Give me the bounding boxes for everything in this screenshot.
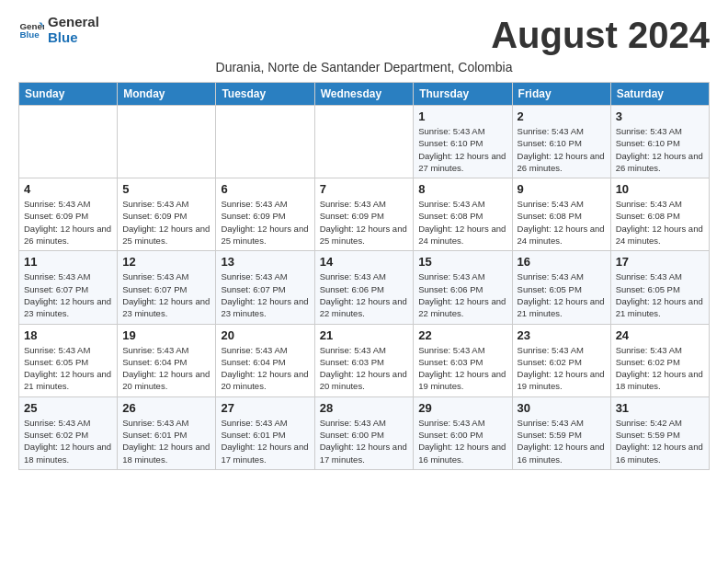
calendar-cell: 27Sunrise: 5:43 AM Sunset: 6:01 PM Dayli…: [216, 396, 314, 469]
day-number: 31: [616, 401, 704, 415]
day-info: Sunrise: 5:43 AM Sunset: 6:07 PM Dayligh…: [221, 270, 309, 319]
day-number: 10: [616, 182, 704, 196]
calendar-cell: 2Sunrise: 5:43 AM Sunset: 6:10 PM Daylig…: [512, 106, 610, 178]
day-number: 19: [122, 328, 210, 342]
logo-icon: General Blue: [18, 17, 44, 43]
day-info: Sunrise: 5:43 AM Sunset: 6:10 PM Dayligh…: [418, 125, 506, 174]
weekday-header-sunday: Sunday: [19, 83, 118, 106]
day-number: 20: [221, 328, 309, 342]
calendar-cell: 14Sunrise: 5:43 AM Sunset: 6:06 PM Dayli…: [314, 251, 414, 324]
day-info: Sunrise: 5:43 AM Sunset: 6:10 PM Dayligh…: [518, 125, 606, 174]
day-info: Sunrise: 5:43 AM Sunset: 6:05 PM Dayligh…: [518, 270, 606, 319]
day-info: Sunrise: 5:43 AM Sunset: 6:00 PM Dayligh…: [418, 417, 506, 465]
calendar-cell: 21Sunrise: 5:43 AM Sunset: 6:03 PM Dayli…: [314, 324, 414, 396]
calendar-cell: 15Sunrise: 5:43 AM Sunset: 6:06 PM Dayli…: [414, 251, 512, 324]
day-info: Sunrise: 5:43 AM Sunset: 6:05 PM Dayligh…: [616, 270, 704, 319]
weekday-header-tuesday: Tuesday: [216, 83, 314, 106]
day-info: Sunrise: 5:43 AM Sunset: 6:09 PM Dayligh…: [320, 198, 409, 247]
day-number: 14: [320, 255, 409, 269]
weekday-header-friday: Friday: [512, 83, 610, 106]
calendar-cell: 28Sunrise: 5:43 AM Sunset: 6:00 PM Dayli…: [314, 396, 414, 469]
day-number: 8: [418, 182, 506, 196]
day-info: Sunrise: 5:43 AM Sunset: 6:08 PM Dayligh…: [418, 198, 506, 247]
calendar-cell: 1Sunrise: 5:43 AM Sunset: 6:10 PM Daylig…: [414, 106, 512, 178]
calendar-cell: 7Sunrise: 5:43 AM Sunset: 6:09 PM Daylig…: [314, 178, 414, 251]
day-info: Sunrise: 5:43 AM Sunset: 6:06 PM Dayligh…: [418, 270, 506, 319]
weekday-header-wednesday: Wednesday: [314, 83, 414, 106]
calendar-week-row: 11Sunrise: 5:43 AM Sunset: 6:07 PM Dayli…: [19, 251, 710, 324]
day-number: 17: [616, 255, 704, 269]
calendar-cell: [314, 106, 414, 178]
calendar-cell: 20Sunrise: 5:43 AM Sunset: 6:04 PM Dayli…: [216, 324, 314, 396]
day-info: Sunrise: 5:43 AM Sunset: 6:02 PM Dayligh…: [24, 417, 112, 465]
calendar-cell: 18Sunrise: 5:43 AM Sunset: 6:05 PM Dayli…: [19, 324, 118, 396]
day-info: Sunrise: 5:43 AM Sunset: 6:10 PM Dayligh…: [616, 125, 704, 174]
day-number: 28: [320, 401, 409, 415]
logo-line2: Blue: [48, 29, 78, 45]
calendar-week-row: 4Sunrise: 5:43 AM Sunset: 6:09 PM Daylig…: [19, 178, 710, 251]
calendar-subtitle: Durania, Norte de Santander Department, …: [18, 60, 710, 75]
day-number: 18: [24, 328, 112, 342]
day-number: 29: [418, 401, 506, 415]
month-title: August 2024: [491, 15, 710, 56]
calendar-cell: 17Sunrise: 5:43 AM Sunset: 6:05 PM Dayli…: [610, 251, 709, 324]
logo: General Blue General Blue: [18, 15, 99, 45]
calendar-cell: 12Sunrise: 5:43 AM Sunset: 6:07 PM Dayli…: [118, 251, 216, 324]
day-number: 23: [518, 328, 606, 342]
calendar-cell: [19, 106, 118, 178]
calendar-cell: 10Sunrise: 5:43 AM Sunset: 6:08 PM Dayli…: [610, 178, 709, 251]
day-info: Sunrise: 5:43 AM Sunset: 6:07 PM Dayligh…: [24, 270, 112, 319]
calendar-cell: 19Sunrise: 5:43 AM Sunset: 6:04 PM Dayli…: [118, 324, 216, 396]
day-number: 24: [616, 328, 704, 342]
day-info: Sunrise: 5:43 AM Sunset: 6:08 PM Dayligh…: [518, 198, 606, 247]
day-info: Sunrise: 5:43 AM Sunset: 6:08 PM Dayligh…: [616, 198, 704, 247]
calendar-cell: 24Sunrise: 5:43 AM Sunset: 6:02 PM Dayli…: [610, 324, 709, 396]
calendar-cell: 23Sunrise: 5:43 AM Sunset: 6:02 PM Dayli…: [512, 324, 610, 396]
logo-line1: General: [48, 14, 99, 29]
day-number: 27: [221, 401, 309, 415]
logo-text: General Blue: [48, 15, 99, 45]
day-info: Sunrise: 5:43 AM Sunset: 6:06 PM Dayligh…: [320, 270, 409, 319]
day-number: 1: [418, 109, 506, 123]
day-number: 3: [616, 109, 704, 123]
day-number: 15: [418, 255, 506, 269]
svg-text:Blue: Blue: [19, 29, 40, 40]
calendar-cell: 29Sunrise: 5:43 AM Sunset: 6:00 PM Dayli…: [414, 396, 512, 469]
day-info: Sunrise: 5:43 AM Sunset: 6:04 PM Dayligh…: [221, 344, 309, 393]
day-info: Sunrise: 5:43 AM Sunset: 6:07 PM Dayligh…: [122, 270, 210, 319]
day-number: 7: [320, 182, 409, 196]
day-number: 22: [418, 328, 506, 342]
day-number: 16: [518, 255, 606, 269]
calendar-cell: 25Sunrise: 5:43 AM Sunset: 6:02 PM Dayli…: [19, 396, 118, 469]
weekday-header-thursday: Thursday: [414, 83, 512, 106]
calendar-header-row: SundayMondayTuesdayWednesdayThursdayFrid…: [19, 83, 710, 106]
day-info: Sunrise: 5:43 AM Sunset: 6:03 PM Dayligh…: [418, 344, 506, 393]
calendar-week-row: 1Sunrise: 5:43 AM Sunset: 6:10 PM Daylig…: [19, 106, 710, 178]
calendar-cell: 22Sunrise: 5:43 AM Sunset: 6:03 PM Dayli…: [414, 324, 512, 396]
day-number: 9: [518, 182, 606, 196]
calendar-cell: [118, 106, 216, 178]
day-info: Sunrise: 5:43 AM Sunset: 6:01 PM Dayligh…: [221, 417, 309, 465]
calendar-cell: 8Sunrise: 5:43 AM Sunset: 6:08 PM Daylig…: [414, 178, 512, 251]
day-number: 25: [24, 401, 112, 415]
day-info: Sunrise: 5:43 AM Sunset: 6:09 PM Dayligh…: [24, 198, 112, 247]
calendar-cell: 4Sunrise: 5:43 AM Sunset: 6:09 PM Daylig…: [19, 178, 118, 251]
day-info: Sunrise: 5:43 AM Sunset: 6:09 PM Dayligh…: [122, 198, 210, 247]
day-info: Sunrise: 5:43 AM Sunset: 5:59 PM Dayligh…: [518, 417, 606, 465]
calendar-cell: 26Sunrise: 5:43 AM Sunset: 6:01 PM Dayli…: [118, 396, 216, 469]
day-info: Sunrise: 5:43 AM Sunset: 6:04 PM Dayligh…: [122, 344, 210, 393]
day-info: Sunrise: 5:42 AM Sunset: 5:59 PM Dayligh…: [616, 417, 704, 465]
day-info: Sunrise: 5:43 AM Sunset: 6:05 PM Dayligh…: [24, 344, 112, 393]
day-number: 26: [122, 401, 210, 415]
calendar-cell: 3Sunrise: 5:43 AM Sunset: 6:10 PM Daylig…: [610, 106, 709, 178]
calendar-week-row: 25Sunrise: 5:43 AM Sunset: 6:02 PM Dayli…: [19, 396, 710, 469]
calendar-cell: 31Sunrise: 5:42 AM Sunset: 5:59 PM Dayli…: [610, 396, 709, 469]
day-info: Sunrise: 5:43 AM Sunset: 6:03 PM Dayligh…: [320, 344, 409, 393]
calendar-cell: [216, 106, 314, 178]
header: General Blue General Blue August 2024: [18, 15, 710, 56]
day-number: 11: [24, 255, 112, 269]
calendar-cell: 5Sunrise: 5:43 AM Sunset: 6:09 PM Daylig…: [118, 178, 216, 251]
calendar-cell: 16Sunrise: 5:43 AM Sunset: 6:05 PM Dayli…: [512, 251, 610, 324]
day-info: Sunrise: 5:43 AM Sunset: 6:01 PM Dayligh…: [122, 417, 210, 465]
day-info: Sunrise: 5:43 AM Sunset: 6:02 PM Dayligh…: [616, 344, 704, 393]
